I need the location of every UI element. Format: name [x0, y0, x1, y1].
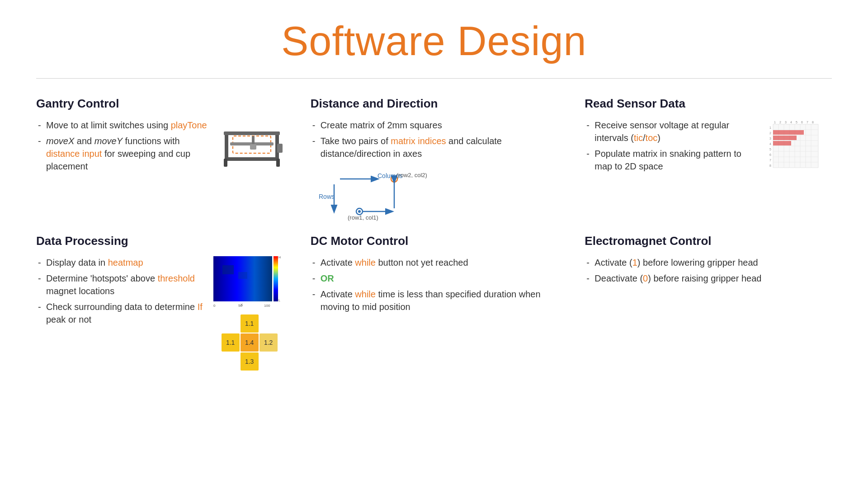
gantry-bullet-1: Move to at limit switches using playTone	[36, 119, 212, 131]
electromagnet-bullets: Activate (1) before lowering gripper hea…	[585, 256, 832, 285]
svg-text:X: X	[241, 303, 243, 307]
svg-text:2: 2	[769, 131, 771, 135]
svg-rect-10	[276, 159, 280, 167]
svg-rect-1	[225, 132, 228, 160]
playtone-highlight: playTone	[171, 120, 207, 130]
sensor-bullet-2: Populate matrix in snaking pattern to ma…	[585, 147, 760, 173]
sensor-heading: Read Sensor Data	[585, 97, 832, 111]
gantry-section: Gantry Control Move to at limit switches…	[36, 97, 283, 221]
svg-text:0: 0	[213, 304, 216, 308]
distance-diagram-svg: Rows Columns	[311, 171, 437, 223]
svg-text:4: 4	[769, 142, 771, 145]
dcmotor-section: DC Motor Control Activate while button n…	[311, 234, 558, 371]
svg-text:7: 7	[807, 121, 808, 124]
matrix-indices-highlight: matrix indices	[391, 136, 446, 146]
svg-text:7: 7	[769, 159, 771, 162]
dataproc-inner: Display data in heatmap Determine 'hotsp…	[36, 256, 283, 371]
svg-rect-58	[222, 265, 234, 274]
heatmap-visuals: 0 50 100 Y X H L 1	[213, 256, 283, 371]
gantry-bullets: Move to at limit switches using playTone…	[36, 119, 212, 173]
or-text: OR	[321, 273, 334, 283]
svg-text:(row1, col1): (row1, col1)	[348, 214, 378, 221]
dcmotor-bullet-1: Activate while button not yet reached	[311, 256, 558, 269]
electromagnet-bullet-1: Activate (1) before lowering gripper hea…	[585, 256, 832, 269]
tic-highlight: tic	[634, 133, 643, 143]
svg-text:100: 100	[264, 304, 270, 308]
electromagnet-section: Electromagnet Control Activate (1) befor…	[585, 234, 832, 371]
peak-cell-6	[222, 352, 240, 371]
content-grid: Gantry Control Move to at limit switches…	[36, 97, 832, 371]
svg-text:3: 3	[785, 121, 787, 124]
distance-bullet-1: Create matrix of 2mm squares	[311, 119, 558, 131]
if-highlight: If	[198, 302, 203, 312]
machine-svg	[220, 119, 283, 173]
svg-point-16	[358, 210, 361, 213]
gantry-text: Move to at limit switches using playTone…	[36, 119, 212, 173]
peak-cell-1: 1.1	[241, 314, 259, 333]
distance-section: Distance and Direction Create matrix of …	[311, 97, 558, 221]
svg-rect-9	[224, 159, 227, 167]
dataproc-heading: Data Processing	[36, 234, 283, 248]
svg-text:L: L	[278, 299, 280, 302]
gantry-bullet-2: moveX and moveY functions with distance …	[36, 135, 212, 173]
gantry-machine-image	[220, 119, 283, 175]
toc-highlight: toc	[646, 133, 658, 143]
svg-rect-55	[773, 136, 797, 140]
svg-text:8: 8	[812, 121, 814, 124]
page-title: Software Design	[281, 18, 586, 65]
distance-input-highlight: distance input	[46, 149, 102, 159]
peak-cell-3: 1.1	[222, 333, 240, 352]
peak-cell-7: 1.3	[241, 352, 259, 371]
one-highlight: 1	[632, 258, 637, 267]
peak-grid: 1.1 1.1 1.4 1.2 1.3	[222, 314, 283, 371]
svg-text:(row2, col2): (row2, col2)	[396, 172, 427, 178]
sensor-grid-svg: 1 2 3 4 5 6 7 8 1 2 3 4 5 6	[769, 119, 832, 173]
svg-rect-7	[250, 144, 256, 150]
electromagnet-bullet-2: Deactivate (0) before raising gripper he…	[585, 272, 832, 285]
dataproc-bullet-1: Display data in heatmap	[36, 256, 205, 269]
svg-text:5: 5	[796, 121, 797, 124]
dataproc-bullets: Display data in heatmap Determine 'hotsp…	[36, 256, 205, 326]
slide-page: Software Design Gantry Control Move to a…	[0, 0, 868, 488]
dcmotor-bullet-2: OR	[311, 272, 558, 285]
peak-cell-4: 1.4	[241, 333, 259, 352]
gantry-inner: Move to at limit switches using playTone…	[36, 119, 283, 175]
gantry-heading: Gantry Control	[36, 97, 283, 111]
svg-text:1: 1	[769, 126, 771, 129]
movex-italic: moveX	[46, 136, 74, 146]
while2-highlight: while	[355, 289, 376, 299]
dcmotor-bullets: Activate while button not yet reached OR…	[311, 256, 558, 313]
zero-highlight: 0	[643, 273, 648, 283]
while1-highlight: while	[355, 258, 376, 267]
svg-text:6: 6	[801, 121, 803, 124]
distance-bullets: Create matrix of 2mm squares Take two pa…	[311, 119, 558, 160]
svg-text:5: 5	[769, 148, 771, 151]
heatmap-svg: 0 50 100 Y X H L	[213, 256, 283, 308]
svg-rect-65	[274, 256, 278, 301]
sensor-section: Read Sensor Data Receive sensor voltage …	[585, 97, 832, 221]
dataproc-section: Data Processing Display data in heatmap …	[36, 234, 283, 371]
sensor-inner: Receive sensor voltage at regular interv…	[585, 119, 832, 175]
svg-rect-3	[224, 131, 280, 135]
peak-cell-2	[259, 314, 278, 333]
title-divider	[36, 78, 832, 79]
movey-italic: moveY	[94, 136, 123, 146]
svg-text:H: H	[278, 256, 281, 259]
svg-text:2: 2	[779, 121, 781, 124]
svg-text:4: 4	[790, 121, 792, 124]
heatmap-highlight: heatmap	[108, 258, 143, 267]
sensor-bullets: Receive sensor voltage at regular interv…	[585, 119, 760, 173]
distance-diagram: Rows Columns	[311, 171, 428, 221]
svg-rect-8	[277, 144, 283, 153]
svg-rect-56	[773, 141, 791, 145]
dcmotor-bullet-3: Activate while time is less than specifi…	[311, 288, 558, 313]
svg-point-18	[393, 178, 396, 180]
dataproc-text: Display data in heatmap Determine 'hotsp…	[36, 256, 205, 326]
svg-text:1: 1	[774, 121, 776, 124]
dcmotor-heading: DC Motor Control	[311, 234, 558, 248]
svg-text:3: 3	[769, 137, 771, 140]
svg-rect-0	[225, 157, 279, 161]
svg-rect-59	[238, 272, 247, 279]
electromagnet-heading: Electromagnet Control	[585, 234, 832, 248]
svg-text:8: 8	[769, 164, 771, 167]
